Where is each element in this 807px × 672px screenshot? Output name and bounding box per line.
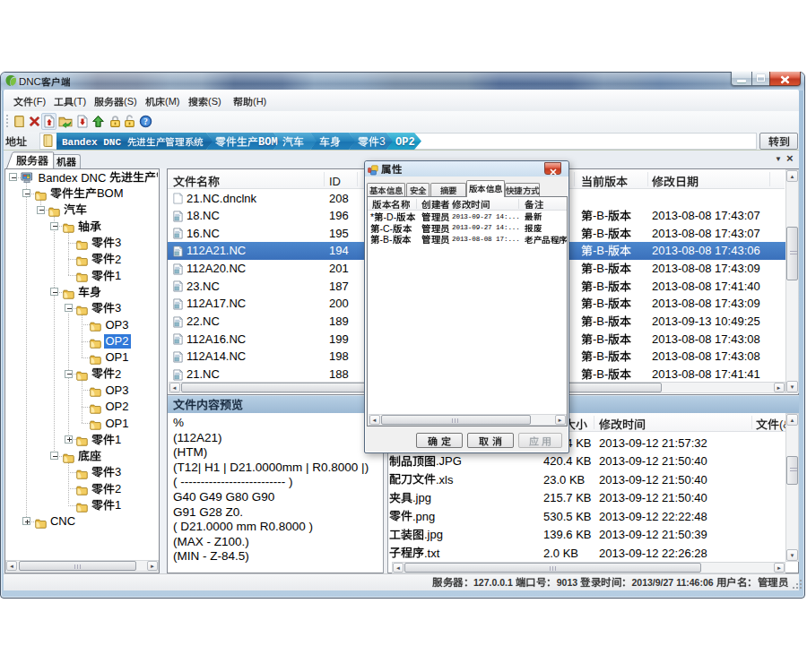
svg-text:?: ? bbox=[143, 116, 148, 126]
